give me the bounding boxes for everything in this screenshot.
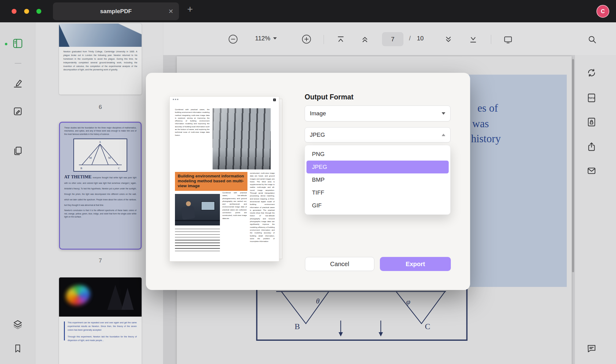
preview-photo-architecture bbox=[213, 108, 271, 169]
output-format-label: Output Format bbox=[305, 93, 354, 101]
format-select-value: Image bbox=[310, 110, 326, 117]
tab-close-icon[interactable]: ✕ bbox=[168, 8, 173, 14]
preview-toolbar-dots bbox=[173, 99, 178, 100]
subformat-select-value: JPEG bbox=[310, 132, 325, 138]
window-close-button[interactable] bbox=[12, 9, 17, 14]
window-zoom-button[interactable] bbox=[36, 9, 41, 14]
dropdown-option-png[interactable]: PNG bbox=[306, 148, 449, 161]
dropdown-option-tiff[interactable]: TIFF bbox=[306, 186, 449, 199]
workspace: Newton graduated from Trinity College, C… bbox=[0, 22, 616, 364]
preview-article-title: Building environment information modelin… bbox=[175, 172, 247, 191]
subformat-dropdown: PNG JPEG BMP TIFF GIF bbox=[305, 145, 451, 215]
chevron-down-icon bbox=[442, 112, 445, 115]
preview-column-1: Combined with practical cases, the build… bbox=[175, 108, 210, 169]
dropdown-option-bmp[interactable]: BMP bbox=[306, 173, 449, 186]
format-select[interactable]: Image bbox=[305, 106, 451, 121]
window-minimize-button[interactable] bbox=[24, 9, 29, 14]
preview-column-2: constructed, multi-view image data are f… bbox=[250, 172, 275, 256]
tab-title: samplePDF bbox=[100, 8, 132, 15]
preview-text-lines bbox=[175, 229, 220, 253]
chevron-up-icon bbox=[442, 134, 445, 136]
document-tab[interactable]: samplePDF ✕ bbox=[53, 2, 179, 20]
dropdown-option-gif[interactable]: GIF bbox=[306, 199, 449, 212]
dropdown-option-jpeg[interactable]: JPEG bbox=[306, 161, 449, 173]
document-preview: i Combined with practical cases, the bui… bbox=[169, 96, 279, 262]
preview-photo-person bbox=[175, 194, 220, 225]
info-icon: i bbox=[273, 98, 276, 101]
subformat-select[interactable]: JPEG bbox=[305, 127, 451, 143]
export-dialog: i Combined with practical cases, the bui… bbox=[146, 73, 470, 290]
cancel-button[interactable]: Cancel bbox=[305, 257, 374, 271]
preview-front-page: i Combined with practical cases, the bui… bbox=[169, 96, 279, 262]
new-tab-button[interactable]: + bbox=[187, 4, 193, 14]
preview-column-3: Combined with practical cases, low-altit… bbox=[222, 191, 247, 244]
avatar[interactable]: C bbox=[596, 5, 609, 18]
export-button[interactable]: Export bbox=[380, 257, 451, 271]
titlebar: samplePDF ✕ + C bbox=[0, 0, 616, 22]
